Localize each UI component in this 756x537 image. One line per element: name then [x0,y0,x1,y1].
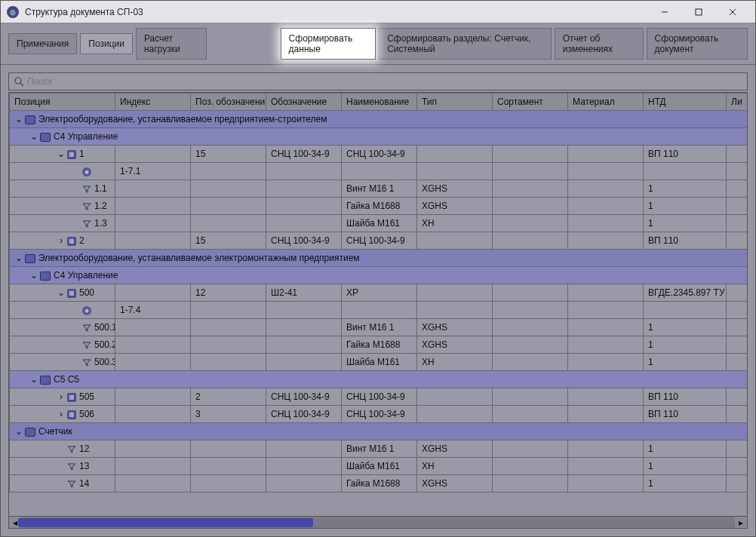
table-row[interactable]: 13Шайба М161XH1 [10,458,748,475]
item-icon: ▦ [67,150,76,159]
table-row[interactable]: ◉1-7.4 [10,302,748,319]
table-row[interactable]: 500.2Гайка М1688XGHS1 [10,336,748,354]
table-row[interactable]: 14Гайка М1688XGHS1 [10,475,748,493]
table-row[interactable]: ›▦5063СНЦ 100-34-9СНЦ 100-34-9ВП 110 [10,406,748,423]
maximize-button[interactable] [681,1,715,23]
table-row[interactable]: ›▦5052СНЦ 100-34-9СНЦ 100-34-9ВП 110 [10,388,748,406]
folder-icon [25,115,35,124]
filter-icon [67,480,76,488]
expander-icon[interactable]: ⌄ [29,131,38,142]
content-area: Позиция Индекс Поз. обозначени Обозначен… [1,65,755,536]
expander-icon[interactable]: ⌄ [57,287,66,298]
table-row[interactable]: ⌄▦50012Ш2-41XPВГДЕ.2345.897 ТУ [10,284,748,302]
filter-icon [82,324,91,332]
expander-icon[interactable]: ⌄ [14,114,23,124]
expander-icon[interactable]: ⌄ [29,374,38,385]
table-row[interactable]: ⌄Электрооборудование, устанавливаемое пр… [10,111,748,128]
col-pos-designation[interactable]: Поз. обозначени [191,94,266,111]
app-window: ◎ Структура документа СП-03 Примечания П… [0,0,756,537]
svg-point-4 [15,78,21,84]
table-row[interactable]: ⌄С4 Управление [10,267,748,284]
header-row: Позиция Индекс Поз. обозначени Обозначен… [10,94,748,111]
col-position[interactable]: Позиция [10,94,115,111]
item-icon: ▦ [67,393,76,402]
table-row[interactable]: 1.1Винт М16 1XGHS1 [10,180,748,198]
table-row[interactable]: ⌄▦115СНЦ 100-34-9СНЦ 100-34-9ВП 110 [10,146,748,163]
close-button[interactable] [715,1,749,23]
generate-sections-button[interactable]: Сформировать разделы: Счетчик, Системный [379,28,552,60]
search-input[interactable] [27,76,742,87]
filter-icon [82,220,91,228]
item-icon: ▦ [67,410,76,419]
svg-rect-1 [696,9,702,15]
positions-button[interactable]: Позиции [80,33,133,54]
change-report-button[interactable]: Отчет об изменениях [555,28,644,60]
circle-icon: ◉ [82,167,91,176]
scroll-right-button[interactable]: ▸ [735,517,747,529]
circle-icon: ◉ [82,306,91,315]
col-name[interactable]: Наименование [342,94,417,111]
col-assortment[interactable]: Сортамент [493,94,568,111]
notes-button[interactable]: Примечания [8,33,77,54]
filter-icon [82,342,91,349]
table-row[interactable]: ⌄Счетчик [10,423,748,440]
filter-icon [82,186,91,193]
horizontal-scrollbar[interactable]: ◂ ▸ [9,516,747,528]
item-icon: ▦ [67,237,76,246]
filter-icon [67,463,76,471]
load-calc-button[interactable]: Расчет нагрузки [136,28,207,60]
col-ntd[interactable]: НТД [644,94,727,111]
filter-icon [82,203,91,210]
scroll-thumb[interactable] [18,518,313,527]
expander-icon[interactable]: › [57,391,66,402]
col-index[interactable]: Индекс [115,94,191,111]
app-icon: ◎ [7,6,19,18]
table-row[interactable]: ›▦215СНЦ 100-34-9СНЦ 100-34-9ВП 110 [10,232,748,250]
folder-icon [25,254,35,263]
svg-line-5 [20,83,23,86]
table-row[interactable]: 500.3Шайба М161XH1 [10,354,748,371]
col-material[interactable]: Материал [568,94,644,111]
folder-icon [25,428,35,437]
generate-data-button[interactable]: Сформировать данные [281,28,376,60]
folder-icon [40,376,51,385]
folder-icon [40,133,51,142]
table-row[interactable]: ⌄С5 С5 [10,371,748,388]
table-row[interactable]: 1.2Гайка М1688XGHS1 [10,198,748,215]
search-bar [8,72,748,91]
filter-icon [67,446,76,453]
expander-icon[interactable]: ⌄ [14,253,23,263]
col-designation[interactable]: Обозначение [266,94,342,111]
expander-icon[interactable]: ⌄ [14,426,23,437]
table-row[interactable]: ◉1-7.1 [10,163,748,180]
expander-icon[interactable]: › [57,235,66,246]
expander-icon[interactable]: › [57,409,66,419]
table-row[interactable]: 1.3Шайба М161XH1 [10,215,748,232]
folder-icon [40,272,51,281]
table-row[interactable]: 12Винт М16 1XGHS1 [10,440,748,458]
search-icon [14,76,24,87]
data-table: Позиция Индекс Поз. обозначени Обозначен… [9,93,747,493]
expander-icon[interactable]: ⌄ [29,270,38,281]
item-icon: ▦ [67,289,76,298]
window-title: Структура документа СП-03 [25,7,647,17]
titlebar: ◎ Структура документа СП-03 [1,1,755,23]
filter-icon [82,359,91,367]
table-row[interactable]: ⌄С4 Управление [10,128,748,146]
col-type[interactable]: Тип [417,94,493,111]
tree-grid: Позиция Индекс Поз. обозначени Обозначен… [8,92,748,529]
expander-icon[interactable]: ⌄ [57,149,66,159]
col-li[interactable]: Ли [727,94,748,111]
toolbar: Примечания Позиции Расчет нагрузки Сформ… [1,23,755,65]
generate-doc-button[interactable]: Сформировать документ [647,28,748,60]
table-row[interactable]: ⌄Электрооборудование, устанавливаемое эл… [10,250,748,267]
minimize-button[interactable] [647,1,681,23]
table-row[interactable]: 500.1Винт М16 1XGHS1 [10,319,748,336]
